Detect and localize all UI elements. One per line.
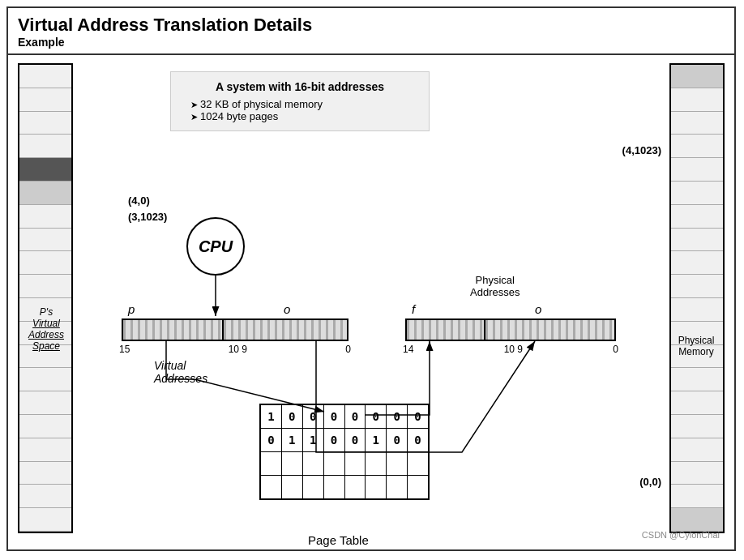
label-f: f	[412, 302, 415, 316]
address-label: Address	[19, 329, 73, 340]
pm-row-11	[671, 298, 723, 322]
watermark: CSDN @CylonChai	[642, 530, 720, 540]
pm-row-14	[671, 368, 723, 391]
pm-row-2	[671, 88, 723, 112]
pt-cell-3-1	[261, 452, 282, 475]
pt-cell-1-3: 0	[303, 405, 324, 428]
pt-cell-3-6	[366, 452, 387, 475]
va-bit-109: 10 9	[229, 344, 247, 355]
virtual-address-bar	[122, 318, 348, 341]
va-bar-offset-stripe	[224, 320, 347, 340]
vas-row-3	[19, 112, 71, 135]
pa-bit-109: 10 9	[504, 344, 523, 355]
vas-row-9	[19, 251, 71, 275]
vas-row-19	[19, 485, 71, 508]
info-box-item-2: 1024 byte pages	[190, 110, 417, 122]
main-container: Virtual Address Translation Details Exam…	[6, 6, 736, 551]
pt-cell-4-2	[282, 476, 303, 498]
pa-bar-offset-stripe	[485, 320, 614, 340]
vas-row-10	[19, 275, 71, 298]
pm-row-15	[671, 391, 723, 415]
pt-cell-4-7	[387, 476, 408, 498]
physical-memory-label: Physical Memory	[669, 335, 723, 357]
va-bar-offset	[224, 320, 347, 340]
page-table: 1 0 0 0 0 0 0 0 0 1 1 0 0 1 0 0	[259, 404, 430, 500]
info-box-list: 32 KB of physical memory 1024 byte pages	[182, 98, 417, 122]
pt-cell-3-4	[324, 452, 345, 475]
page-subtitle: Example	[18, 36, 725, 49]
pm-row-6	[671, 182, 723, 205]
va-bit-0: 0	[345, 344, 351, 355]
pt-cell-2-3: 1	[303, 429, 324, 451]
ps-label: P's	[40, 306, 53, 318]
pt-cell-3-7	[387, 452, 408, 475]
pt-cell-2-6: 1	[366, 429, 387, 451]
pm-row-5	[671, 158, 723, 182]
vas-row-16	[19, 415, 71, 438]
va-bar-page	[123, 320, 224, 340]
pa-bar-frame	[407, 320, 485, 340]
vas-row-15	[19, 391, 71, 415]
pm-row-8	[671, 229, 723, 252]
pt-cell-4-3	[303, 476, 324, 498]
ps-virtual-address-space-label: P's Virtual Address Space	[19, 306, 73, 352]
physical-memory-column	[669, 63, 725, 533]
pt-row-4	[261, 476, 428, 498]
pt-cell-4-6	[366, 476, 387, 498]
pt-cell-1-2: 0	[282, 405, 303, 428]
vas-row-2	[19, 88, 71, 112]
pt-cell-4-1	[261, 476, 282, 498]
pm-row-9	[671, 251, 723, 275]
vas-row-5	[19, 158, 71, 182]
cpu-label: CPU	[186, 217, 245, 276]
pt-cell-4-5	[345, 476, 366, 498]
pt-cell-2-4: 0	[324, 429, 345, 451]
label-coord-4-1023: (4,1023)	[622, 144, 661, 156]
vas-row-14	[19, 368, 71, 391]
pt-cell-1-1: 1	[261, 405, 282, 428]
pa-bit-labels: 14 10 9 0	[403, 344, 618, 355]
pa-bit-14: 14	[403, 344, 413, 355]
pt-cell-1-8: 0	[408, 405, 428, 428]
va-bar-page-stripe	[123, 320, 222, 340]
pa-bit-0: 0	[613, 344, 618, 355]
pt-cell-1-6: 0	[366, 405, 387, 428]
pt-cell-1-4: 0	[324, 405, 345, 428]
info-box-title: A system with 16-bit addresses	[182, 80, 417, 93]
pt-row-3	[261, 452, 428, 476]
page-title: Virtual Address Translation Details	[18, 15, 725, 36]
pt-cell-2-7: 0	[387, 429, 408, 451]
label-o-va: o	[284, 302, 290, 316]
page-table-label: Page Table	[308, 533, 369, 547]
pm-row-19	[671, 485, 723, 508]
pt-cell-3-3	[303, 452, 324, 475]
pm-row-4	[671, 135, 723, 158]
label-coord-0-0: (0,0)	[639, 476, 661, 488]
pm-row-20	[671, 508, 723, 532]
header: Virtual Address Translation Details Exam…	[8, 8, 734, 55]
physical-address-bar	[405, 318, 616, 341]
pt-cell-2-1: 0	[261, 429, 282, 451]
va-bit-15: 15	[119, 344, 130, 355]
virtual-label: Virtual	[19, 318, 73, 329]
label-p: p	[128, 302, 135, 316]
pt-cell-3-5	[345, 452, 366, 475]
pm-row-10	[671, 275, 723, 298]
pa-bar-frame-stripe	[407, 320, 484, 340]
vas-row-4	[19, 135, 71, 158]
space-label: Space	[19, 340, 73, 352]
pm-row-7	[671, 205, 723, 229]
pt-cell-2-8: 0	[408, 429, 428, 451]
pm-row-18	[671, 462, 723, 485]
vas-row-7	[19, 205, 71, 229]
pm-row-16	[671, 415, 723, 438]
pt-row-2: 0 1 1 0 0 1 0 0	[261, 429, 428, 452]
pt-cell-2-2: 1	[282, 429, 303, 451]
pt-cell-3-8	[408, 452, 428, 475]
virtual-addresses-label: Virtual Addresses	[154, 359, 207, 385]
vas-row-6	[19, 182, 71, 205]
pt-cell-1-5: 0	[345, 405, 366, 428]
pt-row-1: 1 0 0 0 0 0 0 0	[261, 405, 428, 429]
pt-cell-4-4	[324, 476, 345, 498]
info-box: A system with 16-bit addresses 32 KB of …	[170, 71, 430, 131]
